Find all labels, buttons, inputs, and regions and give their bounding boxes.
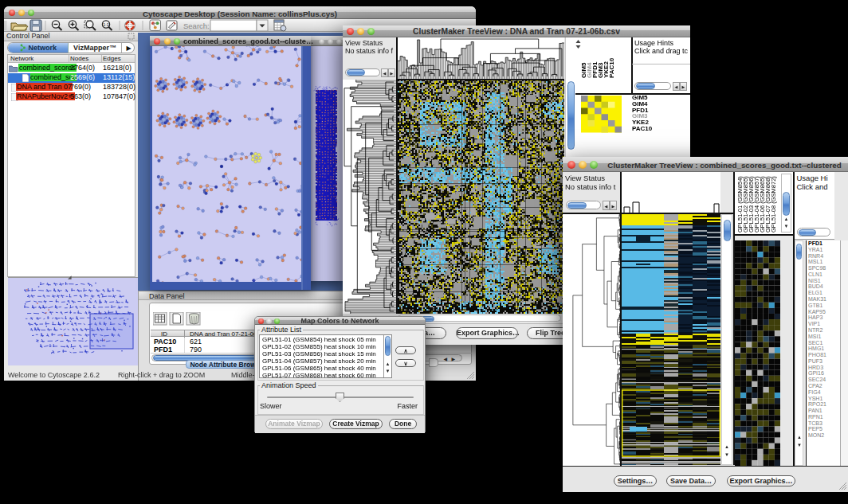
svg-text:1:1: 1:1 [103,22,109,27]
svg-text:Search:: Search: [183,21,210,30]
